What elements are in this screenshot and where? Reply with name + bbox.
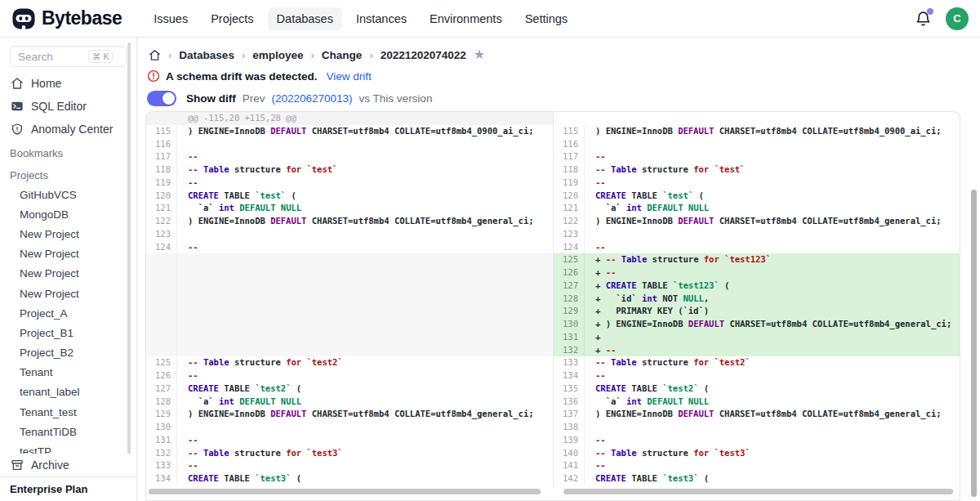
prev-version-link[interactable]: (202206270013) xyxy=(272,92,353,105)
sidebar-item-project[interactable]: Project_A xyxy=(0,303,136,323)
sidebar-item-project[interactable]: New Project xyxy=(0,264,136,284)
code-line: + CREATE TABLE `test123` ( xyxy=(585,280,960,293)
sidebar-item-home[interactable]: Home xyxy=(0,72,136,95)
breadcrumb-change[interactable]: Change xyxy=(322,49,363,61)
page-scrollbar[interactable] xyxy=(971,190,977,497)
code-line: + PRIMARY KEY (`id`) xyxy=(585,305,960,318)
diff-cell-left: 134CREATE TABLE `test3` ( xyxy=(146,472,553,485)
nav-item-environments[interactable]: Environments xyxy=(421,7,511,30)
main-content: › Databases › employee › Change › 202212… xyxy=(137,38,980,501)
sidebar-item-project[interactable]: TenantTiDB xyxy=(0,422,136,441)
alert-message: A schema drift was detected. xyxy=(166,70,318,83)
view-drift-link[interactable]: View drift xyxy=(327,70,372,83)
diff-row: 134CREATE TABLE `test3` (142CREATE TABLE… xyxy=(146,472,960,485)
line-number: 134 xyxy=(146,472,177,485)
sidebar-item-project[interactable]: Tenant xyxy=(0,363,136,382)
sidebar-item-project[interactable]: tenant_label xyxy=(0,382,136,402)
nav-item-databases[interactable]: Databases xyxy=(268,7,342,30)
diff-row: 126+ -- xyxy=(146,266,960,280)
sql-token: ) ENGINE=InnoDB xyxy=(595,409,678,418)
diff-cell-left: 120CREATE TABLE `test` ( xyxy=(146,190,553,203)
sidebar-item-project[interactable]: New Project xyxy=(0,224,136,244)
sql-token: for xyxy=(693,448,709,458)
sql-token: for xyxy=(286,357,301,367)
nav-item-issues[interactable]: Issues xyxy=(145,7,197,30)
h-scrollbar-right[interactable] xyxy=(564,489,953,494)
diff-row: 128+ `id` int NOT NULL, xyxy=(146,293,960,306)
diff-hscroll xyxy=(146,486,960,497)
show-diff-toggle[interactable] xyxy=(147,91,176,106)
code-line: -- Table structure for `test3` xyxy=(177,447,553,460)
search-input[interactable] xyxy=(18,51,88,63)
sql-token: TABLE xyxy=(637,280,673,290)
search-box[interactable]: ⌘ K xyxy=(10,46,127,67)
sidebar-item-project[interactable]: New Project xyxy=(0,284,136,303)
sql-token: int xyxy=(626,203,647,212)
sql-token: CREATE xyxy=(606,280,637,290)
show-diff-label: Show diff xyxy=(186,92,236,105)
line-number: 128 xyxy=(146,396,177,409)
sql-token: -- xyxy=(188,177,198,187)
sql-token: DEFAULT xyxy=(270,216,306,226)
diff-row: 129+ PRIMARY KEY (`id`) xyxy=(146,305,960,318)
line-number: 126 xyxy=(554,266,585,280)
line-number xyxy=(146,344,177,357)
diff-cell-right: 125+ -- Table structure for `test123` xyxy=(553,253,960,266)
sql-token: DEFAULT xyxy=(678,126,714,136)
nav-item-instances[interactable]: Instances xyxy=(347,7,416,30)
sidebar-item-project[interactable]: Project_B1 xyxy=(0,323,136,342)
sql-token: CREATE xyxy=(595,383,626,393)
sidebar-item-sql-editor[interactable]: SQL Editor xyxy=(0,95,136,118)
brand[interactable]: Bytebase xyxy=(0,7,122,31)
code-line: ) ENGINE=InnoDB DEFAULT CHARSET=utf8mb4 … xyxy=(585,408,960,421)
code-line: -- xyxy=(585,459,960,472)
code-line: `a` int DEFAULT NULL xyxy=(585,396,960,409)
sidebar-item-project[interactable]: New Project xyxy=(0,244,136,264)
sql-token: CREATE xyxy=(595,473,626,483)
line-number: 139 xyxy=(554,434,585,447)
breadcrumb-databases[interactable]: Databases xyxy=(179,49,234,61)
diff-cell-left: 132-- Table structure for `test3` xyxy=(146,447,553,460)
line-number: 137 xyxy=(554,408,585,421)
line-number: 127 xyxy=(146,382,177,396)
sql-token: CREATE xyxy=(595,190,626,200)
line-number: 123 xyxy=(554,228,585,241)
breadcrumb-database[interactable]: employee xyxy=(252,49,303,61)
sidebar-item-project[interactable]: MongoDB xyxy=(0,204,136,224)
diff-cell-right: 121 `a` int DEFAULT NULL xyxy=(553,202,960,215)
line-number xyxy=(146,112,177,125)
sql-token: CREATE xyxy=(188,190,219,200)
nav-item-projects[interactable]: Projects xyxy=(202,7,262,30)
sidebar-item-anomaly-center[interactable]: Anomaly Center xyxy=(0,118,136,141)
breadcrumb-version[interactable]: 20221202074022 xyxy=(381,49,466,61)
sidebar-item-project[interactable]: Tenant_test xyxy=(0,402,136,422)
avatar[interactable]: C xyxy=(946,7,969,30)
code-line: -- xyxy=(585,241,960,254)
line-number: 132 xyxy=(554,344,585,357)
sidebar-item-project[interactable]: GitHubVCS xyxy=(0,185,136,204)
sql-token: -- xyxy=(188,448,203,458)
diff-row: 131--139-- xyxy=(146,434,960,447)
sql-token: `test` xyxy=(301,164,337,174)
nav-item-settings[interactable]: Settings xyxy=(516,7,577,30)
star-icon[interactable]: ★ xyxy=(474,48,485,61)
line-number xyxy=(146,266,177,280)
diff-row: 132-- Table structure for `test3`140-- T… xyxy=(146,447,960,460)
home-icon[interactable] xyxy=(149,49,161,61)
diff-row: 125-- Table structure for `test2`133-- T… xyxy=(146,356,960,369)
line-number: 125 xyxy=(146,356,177,369)
sql-token: ) ENGINE=InnoDB xyxy=(188,409,270,418)
h-scrollbar-left[interactable] xyxy=(149,489,541,494)
sidebar-item-project[interactable]: Project_B2 xyxy=(0,343,136,363)
sql-token: Table xyxy=(611,164,637,174)
sidebar-item-archive[interactable]: Archive xyxy=(0,454,136,476)
line-number: 120 xyxy=(554,190,585,203)
diff-row: 130+ ) ENGINE=InnoDB DEFAULT CHARSET=utf… xyxy=(146,318,960,331)
sidebar-scrollbar[interactable] xyxy=(127,42,131,455)
diff-card: @@ -115,20 +115,28 @@115) ENGINE=InnoDB … xyxy=(145,111,960,501)
sql-token: -- xyxy=(188,151,198,161)
code-line xyxy=(585,228,960,241)
code-line xyxy=(177,331,553,344)
notifications-button[interactable] xyxy=(915,10,933,28)
line-number: 122 xyxy=(554,215,585,228)
